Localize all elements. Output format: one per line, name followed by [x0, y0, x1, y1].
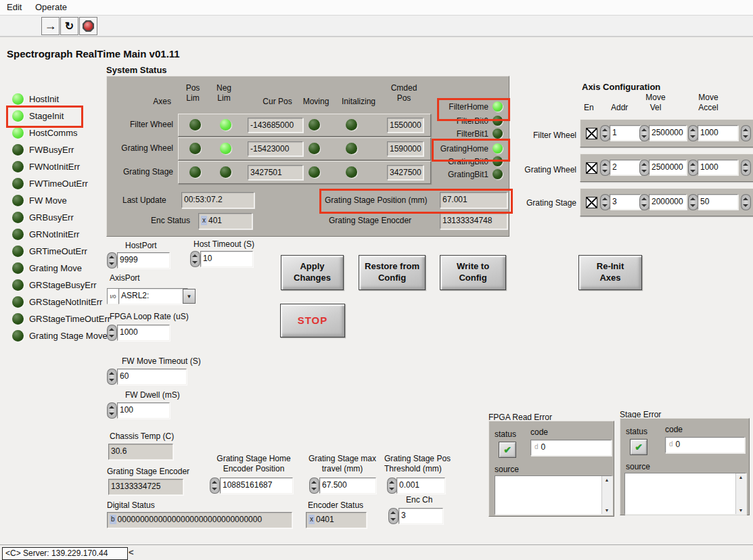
radix-indicator[interactable]: b [110, 515, 116, 524]
cur-pos-display: -15423000 [248, 141, 303, 156]
apply-changes-button[interactable]: Apply Changes [281, 255, 344, 290]
scroll-down-icon[interactable] [605, 508, 610, 513]
gs-max-travel-input[interactable]: 67.500 [319, 477, 376, 494]
fw-move-timeout-spinner[interactable] [107, 369, 117, 385]
addr-input[interactable]: 3 [610, 194, 641, 210]
source-textbox[interactable] [624, 473, 746, 515]
gs-home-encoder-input[interactable]: 10885161687 [220, 477, 293, 494]
col-header-addr: Addr [611, 103, 628, 112]
source-scrollbar[interactable] [735, 473, 746, 514]
gs-max-travel-label: Grating Stage max travel (mm) [306, 454, 379, 474]
radix-indicator[interactable]: d [668, 440, 675, 449]
extra-spinner[interactable] [741, 125, 751, 141]
col-header-en: En [584, 103, 594, 112]
status-check-button[interactable] [630, 439, 647, 455]
write-to-config-button[interactable]: Write to Config [440, 255, 506, 290]
enable-checkbox[interactable] [586, 128, 597, 139]
gs-pos-threshold-spinner[interactable] [387, 477, 397, 494]
toolbar [0, 16, 753, 37]
axisport-combo[interactable]: ASRL2: [118, 288, 188, 304]
home-led-filterbit0: FilterBit0 [391, 116, 503, 126]
gs-home-encoder-label: Grating Stage Home Encoder Position [203, 454, 304, 474]
restore-from-config-button[interactable]: Restore from Config [359, 255, 426, 290]
status-check-button[interactable] [499, 442, 516, 458]
gs-max-travel-spinner[interactable] [309, 477, 319, 494]
scrollbar-left-arrow[interactable]: < [129, 547, 134, 557]
enc-ch-input[interactable]: 3 [398, 508, 443, 524]
move-vel-spinner[interactable] [639, 160, 649, 176]
gs-pos-threshold-input[interactable]: 0.001 [396, 477, 445, 494]
host-timeout-spinner[interactable] [190, 251, 200, 267]
fw-dwell-input[interactable]: 100 [117, 402, 170, 419]
fpga-loop-rate-input[interactable]: 1000 [117, 325, 170, 341]
led-label: FWNotInitErr [29, 162, 80, 172]
addr-spinner[interactable] [600, 125, 610, 141]
stop-label: STOP [298, 314, 328, 327]
menu-operate[interactable]: Operate [35, 2, 67, 12]
addr-spinner[interactable] [600, 160, 610, 176]
menu-edit[interactable]: Edit [7, 2, 22, 12]
addr-input[interactable]: 2 [610, 160, 641, 175]
run-continuous-button[interactable] [60, 17, 78, 35]
addr-spinner[interactable] [600, 194, 610, 210]
radix-indicator[interactable]: x [201, 216, 207, 225]
stop-button[interactable]: STOP [280, 304, 345, 337]
scroll-up-icon[interactable] [605, 477, 610, 482]
fw-dwell-spinner[interactable] [107, 402, 117, 419]
neg-lim-led [220, 166, 231, 178]
pos-lim-led [189, 143, 201, 154]
axisport-label: AxisPort [110, 273, 140, 283]
enc-ch-spinner[interactable] [388, 508, 398, 524]
extra-spinner[interactable] [741, 194, 751, 210]
extra-spinner[interactable] [741, 160, 751, 176]
move-vel-spinner[interactable] [639, 125, 649, 141]
moving-led [309, 119, 320, 131]
move-accel-input[interactable]: 1000 [698, 160, 738, 175]
initalizing-led [346, 166, 357, 178]
status-led-grstagebusyerr: GRStageBusyErr [12, 279, 97, 291]
move-accel-spinner[interactable] [688, 194, 698, 210]
radix-indicator[interactable]: d [533, 442, 540, 452]
move-vel-input[interactable]: 2500000 [649, 160, 687, 175]
addr-input[interactable]: 1 [610, 125, 641, 141]
move-accel-spinner[interactable] [688, 160, 698, 176]
led-indicator [12, 229, 24, 240]
led-label: FW Move [29, 195, 67, 206]
status-led-grtimeouterr: GRTimeOutErr [12, 246, 87, 257]
neg-lim-led [220, 119, 231, 131]
gs-home-encoder-spinner[interactable] [210, 477, 220, 494]
source-scrollbar[interactable] [601, 476, 612, 514]
led-indicator [12, 296, 24, 308]
status-led-fwtimeouterr: FWTimeOutErr [12, 178, 88, 189]
move-vel-input[interactable]: 2500000 [649, 125, 687, 141]
move-accel-spinner[interactable] [688, 125, 698, 141]
move-accel-input[interactable]: 50 [698, 194, 738, 210]
reinit-axes-button[interactable]: Re-Init Axes [578, 255, 642, 290]
home-led-label: GratingBit0 [448, 157, 488, 166]
led-indicator [12, 279, 24, 291]
radix-indicator[interactable]: x [309, 515, 315, 524]
hostport-spinner[interactable] [107, 252, 117, 269]
fw-move-timeout-input[interactable]: 60 [117, 369, 187, 385]
fpga-loop-rate-spinner[interactable] [107, 325, 117, 341]
move-accel-input[interactable]: 1000 [698, 125, 738, 141]
move-vel-input[interactable]: 2000000 [649, 194, 687, 210]
code-label: code [665, 425, 683, 434]
enable-checkbox[interactable] [586, 162, 597, 174]
hostport-input[interactable]: 9999 [117, 252, 170, 269]
move-vel-spinner[interactable] [639, 194, 649, 210]
axisport-dropdown-button[interactable] [183, 289, 196, 304]
led-indicator [12, 246, 24, 257]
col-header-cur-pos: Cur Pos [257, 97, 298, 106]
led-label: GRNotInitErr [29, 229, 79, 239]
host-timeout-input[interactable]: 10 [200, 251, 253, 267]
led-indicator [12, 195, 24, 206]
digital-status-value: 00000000000000000000000000000000 [118, 515, 263, 524]
led-indicator [493, 101, 503, 112]
enable-checkbox[interactable] [586, 197, 597, 208]
source-textbox[interactable] [495, 475, 612, 515]
abort-button[interactable] [79, 17, 97, 35]
run-button[interactable] [41, 17, 60, 35]
scroll-down-icon[interactable] [739, 508, 744, 513]
scroll-up-icon[interactable] [739, 475, 744, 480]
